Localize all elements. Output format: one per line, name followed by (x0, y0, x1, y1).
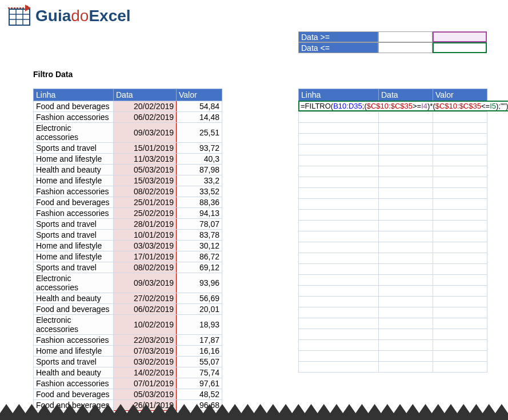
cell-linha[interactable] (299, 318, 379, 329)
cell-valor[interactable]: 56,69 (177, 293, 222, 304)
cell-data[interactable]: 07/03/2019 (114, 346, 177, 357)
cell-valor[interactable] (433, 362, 487, 373)
cell-valor[interactable]: 30,12 (177, 241, 222, 251)
cell-linha[interactable] (299, 286, 379, 297)
cell-linha[interactable] (299, 340, 379, 351)
cell-linha[interactable]: Fashion accessories (34, 378, 114, 389)
filter-gte-cell1[interactable] (378, 31, 433, 42)
cell-data[interactable]: 10/02/2019 (114, 315, 177, 335)
cell-valor[interactable] (433, 264, 487, 275)
formula-cell[interactable]: =FILTRO(B10:D35;($C$10:$C$35>=I4)*($C$10… (298, 101, 508, 111)
cell-linha[interactable] (299, 166, 379, 177)
cell-data[interactable] (379, 253, 433, 264)
cell-valor[interactable] (433, 351, 487, 362)
cell-linha[interactable]: Sports and travel (34, 143, 114, 154)
cell-valor[interactable] (433, 318, 487, 329)
cell-data[interactable] (379, 134, 433, 145)
cell-linha[interactable]: Food and beverages (34, 389, 114, 400)
cell-valor[interactable]: 97,61 (177, 378, 222, 389)
cell-valor[interactable] (433, 177, 487, 188)
cell-data[interactable]: 05/03/2019 (114, 389, 177, 400)
cell-data[interactable] (379, 199, 433, 210)
cell-data[interactable]: 07/01/2019 (114, 378, 177, 389)
cell-valor[interactable] (433, 329, 487, 340)
cell-linha[interactable] (299, 242, 379, 253)
cell-data[interactable] (379, 166, 433, 177)
cell-data[interactable] (379, 329, 433, 340)
cell-linha[interactable]: Home and lifestyle (34, 154, 114, 165)
cell-linha[interactable] (299, 155, 379, 166)
cell-data[interactable]: 15/01/2019 (114, 143, 177, 154)
cell-linha[interactable] (299, 188, 379, 199)
cell-valor[interactable] (433, 112, 487, 123)
cell-data[interactable] (379, 362, 433, 373)
cell-linha[interactable]: Food and beverages (34, 304, 114, 315)
cell-valor[interactable]: 25,51 (177, 123, 222, 143)
cell-linha[interactable]: Fashion accessories (34, 208, 114, 219)
cell-data[interactable]: 25/01/2019 (114, 197, 177, 208)
cell-linha[interactable] (299, 264, 379, 275)
cell-linha[interactable]: Fashion accessories (34, 112, 114, 123)
result-header-linha[interactable]: Linha (299, 89, 379, 101)
cell-linha[interactable] (299, 307, 379, 318)
cell-valor[interactable] (433, 199, 487, 210)
cell-data[interactable]: 03/03/2019 (114, 241, 177, 251)
cell-linha[interactable]: Food and beverages (34, 197, 114, 208)
cell-valor[interactable] (433, 340, 487, 351)
cell-linha[interactable]: Sports and travel (34, 230, 114, 241)
filter-lte-cell1[interactable] (378, 42, 433, 53)
cell-valor[interactable] (433, 297, 487, 307)
cell-data[interactable]: 08/02/2019 (114, 186, 177, 197)
cell-valor[interactable]: 16,16 (177, 346, 222, 357)
cell-data[interactable]: 09/03/2019 (114, 273, 177, 293)
cell-valor[interactable]: 86,72 (177, 251, 222, 262)
cell-data[interactable]: 08/02/2019 (114, 262, 177, 273)
cell-valor[interactable] (433, 145, 487, 155)
cell-data[interactable] (379, 318, 433, 329)
cell-valor[interactable] (433, 166, 487, 177)
cell-linha[interactable]: Fashion accessories (34, 186, 114, 197)
cell-data[interactable] (379, 340, 433, 351)
cell-linha[interactable] (299, 362, 379, 373)
cell-linha[interactable] (299, 210, 379, 221)
cell-data[interactable]: 15/03/2019 (114, 175, 177, 186)
cell-linha[interactable]: Electronic accessories (34, 315, 114, 335)
cell-data[interactable] (379, 177, 433, 188)
cell-valor[interactable] (433, 242, 487, 253)
cell-valor[interactable] (433, 123, 487, 134)
cell-data[interactable]: 10/01/2019 (114, 230, 177, 241)
cell-data[interactable]: 25/02/2019 (114, 208, 177, 219)
cell-data[interactable]: 11/03/2019 (114, 154, 177, 165)
header-linha[interactable]: Linha (34, 89, 114, 101)
cell-linha[interactable]: Home and lifestyle (34, 241, 114, 251)
cell-valor[interactable]: 93,96 (177, 273, 222, 293)
cell-data[interactable] (379, 155, 433, 166)
cell-linha[interactable]: Health and beauty (34, 367, 114, 378)
cell-valor[interactable]: 54,84 (177, 101, 222, 112)
cell-data[interactable]: 05/03/2019 (114, 165, 177, 175)
cell-linha[interactable] (299, 329, 379, 340)
cell-valor[interactable]: 33,52 (177, 186, 222, 197)
cell-linha[interactable]: Home and lifestyle (34, 346, 114, 357)
cell-valor[interactable]: 48,52 (177, 389, 222, 400)
cell-data[interactable] (379, 297, 433, 307)
cell-data[interactable]: 27/02/2019 (114, 293, 177, 304)
cell-data[interactable] (379, 264, 433, 275)
cell-valor[interactable]: 55,07 (177, 357, 222, 367)
cell-linha[interactable] (299, 123, 379, 134)
cell-valor[interactable]: 94,13 (177, 208, 222, 219)
cell-data[interactable] (379, 145, 433, 155)
result-header-valor[interactable]: Valor (433, 89, 487, 101)
cell-data[interactable] (379, 221, 433, 231)
cell-linha[interactable] (299, 134, 379, 145)
cell-linha[interactable] (299, 351, 379, 362)
cell-data[interactable]: 06/02/2019 (114, 112, 177, 123)
cell-linha[interactable] (299, 177, 379, 188)
cell-valor[interactable] (433, 188, 487, 199)
cell-valor[interactable]: 78,07 (177, 219, 222, 230)
cell-valor[interactable] (433, 253, 487, 264)
cell-data[interactable]: 22/03/2019 (114, 335, 177, 346)
cell-linha[interactable]: Sports and travel (34, 219, 114, 230)
cell-data[interactable]: 14/02/2019 (114, 367, 177, 378)
cell-linha[interactable]: Electronic accessories (34, 273, 114, 293)
